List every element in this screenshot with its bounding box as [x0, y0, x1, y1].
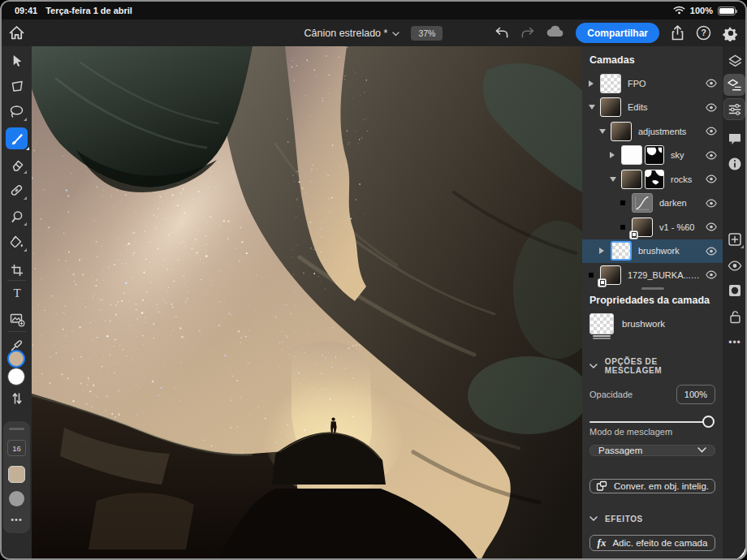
selected-layer-name: brushwork [622, 319, 665, 329]
layer-name: sky [671, 150, 702, 160]
move-tool[interactable] [8, 52, 25, 69]
layer-name: rocks [671, 174, 702, 184]
panel-drag-handle[interactable] [9, 428, 24, 430]
type-tool[interactable]: T [8, 284, 25, 301]
cloud-sync-icon[interactable] [546, 25, 564, 41]
layer-visibility-toggle[interactable] [706, 151, 717, 160]
transform-tool[interactable] [8, 77, 25, 94]
tool-rail: T 16 ••• [2, 46, 32, 560]
more-options-icon[interactable]: ••• [3, 515, 30, 524]
layer-row[interactable]: FPO [582, 71, 723, 96]
layer-mask-thumbnail[interactable] [645, 145, 664, 165]
layer-visibility-toggle[interactable] [706, 247, 717, 256]
document-title-menu[interactable]: Cânion estrelado * [304, 28, 400, 39]
battery-icon [718, 6, 736, 15]
redo-button[interactable] [520, 27, 535, 39]
place-photo-tool[interactable] [8, 310, 25, 327]
right-rail: ••• [723, 46, 747, 560]
mask-icon[interactable] [726, 282, 744, 299]
background-color-swatch[interactable] [7, 368, 25, 386]
foreground-color-swatch[interactable] [7, 350, 25, 368]
layer-visibility-toggle[interactable] [706, 79, 717, 88]
layer-row[interactable]: darken [582, 192, 723, 216]
swap-colors-button[interactable] [8, 390, 25, 407]
blend-mode-dropdown[interactable]: Passagem [589, 445, 715, 456]
adjustments-icon[interactable] [723, 98, 745, 120]
export-icon[interactable] [671, 25, 684, 41]
layer-name: brushwork [638, 246, 702, 256]
layer-name: darken [659, 198, 702, 208]
undo-button[interactable] [494, 27, 509, 39]
add-layer-effect-button[interactable]: fx Adic. efeito de camada [589, 535, 715, 551]
layer-mask-thumbnail[interactable] [645, 170, 664, 189]
status-bar: 09:41 Terça-feira 1 de abril 100% [2, 2, 745, 19]
convert-smart-object-button[interactable]: Conver. em obj. intelig. [589, 479, 715, 493]
zoom-level-badge[interactable]: 37% [411, 26, 443, 41]
layer-expander[interactable] [599, 129, 611, 134]
layer-properties-title: Propriedades da camada [582, 290, 723, 312]
effects-header[interactable]: EFEITOS [582, 508, 723, 530]
wifi-icon [673, 6, 685, 16]
info-icon[interactable] [726, 155, 744, 173]
blend-options-header[interactable]: OPÇÕES DE MESCLAGEM [582, 351, 723, 381]
help-button[interactable]: ? [696, 25, 711, 41]
layer-thumbnail[interactable] [621, 170, 642, 189]
chevron-down-icon [697, 447, 706, 453]
more-icon[interactable]: ••• [726, 334, 744, 351]
layer-thumbnail[interactable] [600, 97, 621, 117]
brush-color-swatch[interactable] [8, 466, 25, 483]
healing-tool[interactable] [8, 182, 25, 199]
fill-tool[interactable] [8, 234, 25, 251]
layer-thumbnail[interactable] [611, 241, 632, 261]
brush-tip-preview[interactable] [9, 491, 24, 506]
layer-row[interactable]: brushwork [582, 239, 723, 264]
layer-row[interactable]: Edits [582, 96, 723, 120]
top-toolbar: Cânion estrelado * 37% Compartilhar ? [2, 19, 745, 46]
layer-row[interactable]: sky [582, 144, 723, 168]
layer-visibility-toggle[interactable] [706, 174, 717, 183]
layer-thumbnail[interactable] [600, 74, 621, 93]
layer-thumbnail[interactable] [632, 193, 653, 213]
layer-name: Edits [628, 102, 702, 112]
magnify-tool[interactable] [8, 208, 25, 225]
layer-expander [620, 225, 632, 230]
crop-tool[interactable] [8, 261, 25, 278]
layer-row[interactable]: 1729_BURKA...anced-NR33 [582, 263, 723, 287]
brush-size-field[interactable]: 16 [7, 440, 26, 456]
add-layer-icon[interactable] [726, 230, 744, 248]
layer-row[interactable]: rocks [582, 167, 723, 192]
layer-expander[interactable] [589, 80, 600, 87]
layer-thumbnail[interactable] [611, 122, 632, 141]
layer-expander[interactable] [610, 177, 621, 182]
layer-row[interactable]: v1 - %60 [582, 215, 723, 239]
layer-thumbnail[interactable] [632, 218, 653, 237]
opacity-slider-knob[interactable] [702, 416, 715, 428]
layer-visibility-toggle[interactable] [706, 103, 717, 112]
eraser-tool[interactable] [8, 156, 25, 173]
layer-thumbnail[interactable] [621, 145, 642, 165]
comment-icon[interactable] [726, 130, 744, 148]
layer-row[interactable]: adjustments [582, 119, 723, 144]
lasso-select-tool[interactable] [8, 103, 25, 120]
layers-icon[interactable] [726, 52, 744, 70]
visibility-icon[interactable] [726, 256, 744, 274]
opacity-value-field[interactable]: 100% [676, 385, 715, 404]
layer-thumbnail[interactable] [600, 265, 621, 285]
layer-visibility-toggle[interactable] [706, 127, 717, 136]
brush-tool[interactable] [6, 127, 28, 149]
clock: 09:41 [15, 6, 37, 15]
chevron-down-icon [589, 364, 598, 368]
settings-gear-button[interactable] [723, 25, 739, 41]
canvas-photo[interactable] [32, 46, 582, 560]
lock-icon[interactable] [726, 308, 744, 325]
layer-visibility-toggle[interactable] [706, 270, 717, 279]
layer-visibility-toggle[interactable] [706, 222, 717, 231]
layer-properties-icon[interactable] [723, 74, 745, 96]
layer-expander[interactable] [589, 105, 600, 110]
layer-expander[interactable] [599, 248, 611, 254]
layers-panel-title: Camadas [582, 46, 723, 71]
layers-list: FPOEditsadjustmentsskyrocksdarkenv1 - %6… [582, 71, 723, 287]
layer-expander[interactable] [610, 152, 621, 158]
share-button[interactable]: Compartilhar [576, 23, 659, 43]
layer-visibility-toggle[interactable] [706, 199, 717, 208]
